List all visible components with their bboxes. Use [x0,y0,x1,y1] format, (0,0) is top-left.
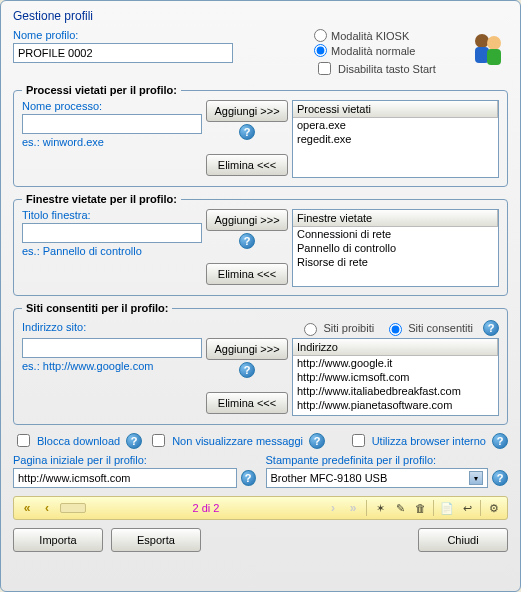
profile-name-input[interactable] [13,43,233,63]
svg-rect-1 [475,47,489,63]
nav-first-button[interactable]: « [18,499,36,517]
help-icon[interactable]: ? [239,362,255,378]
processes-legend: Processi vietati per il profilo: [22,84,181,96]
gear-icon[interactable]: ⚙ [485,499,503,517]
sites-allowed-radio[interactable]: Siti consentiti [384,320,473,336]
forbidden-processes-group: Processi vietati per il profilo: Nome pr… [13,84,508,187]
profile-manager-window: Gestione profili Nome profilo: Modalità … [0,0,521,592]
profile-name-label: Nome profilo: [13,29,314,41]
nav-slider[interactable] [60,503,86,513]
window-hint: es.: Pannello di controllo [22,245,202,257]
list-item[interactable]: http://www.icmsoft.com [293,370,498,384]
window-remove-button[interactable]: Elimina <<< [206,263,288,285]
process-list[interactable]: Processi vietati opera.exe regedit.exe [292,100,499,178]
homepage-input[interactable] [13,468,237,488]
svg-rect-3 [487,49,501,65]
nav-counter: 2 di 2 [90,502,322,514]
process-list-header[interactable]: Processi vietati [293,101,498,118]
help-icon[interactable]: ? [309,433,325,449]
window-list[interactable]: Finestre vietate Connessioni di rete Pan… [292,209,499,287]
import-button[interactable]: Importa [13,528,103,552]
list-item[interactable]: http://www.italiabedbreakfast.com [293,384,498,398]
process-add-button[interactable]: Aggiungi >>> [206,100,288,122]
help-icon[interactable]: ? [126,433,142,449]
help-icon[interactable]: ? [241,470,256,486]
list-item[interactable]: regedit.exe [293,132,498,146]
close-button[interactable]: Chiudi [418,528,508,552]
list-item[interactable]: http://www.pianetasoftware.com [293,398,498,412]
process-name-input[interactable] [22,114,202,134]
undo-icon[interactable]: ↩ [458,499,476,517]
svg-point-0 [475,34,489,48]
list-item[interactable]: http://www.google.it [293,356,498,370]
site-remove-button[interactable]: Elimina <<< [206,392,288,414]
process-remove-button[interactable]: Elimina <<< [206,154,288,176]
process-hint: es.: winword.exe [22,136,202,148]
site-list-header[interactable]: Indirizzo [293,339,498,356]
site-address-input[interactable] [22,338,202,358]
new-icon[interactable]: ✶ [371,499,389,517]
site-list[interactable]: Indirizzo http://www.google.it http://ww… [292,338,499,416]
forbidden-windows-group: Finestre vietate per il profilo: Titolo … [13,193,508,296]
help-icon[interactable]: ? [483,320,499,336]
chevron-down-icon: ▾ [469,471,483,485]
list-item[interactable]: Connessioni di rete [293,227,498,241]
disable-start-checkbox[interactable]: Disabilita tasto Start [314,59,464,78]
mode-normal-radio[interactable]: Modalità normale [314,44,464,57]
process-name-label: Nome processo: [22,100,202,112]
printer-select[interactable]: Brother MFC-9180 USB ▾ [266,468,489,488]
printer-value: Brother MFC-9180 USB [271,472,388,484]
window-title: Gestione profili [13,5,508,29]
windows-legend: Finestre vietate per il profilo: [22,193,181,205]
site-address-label: Indirizzo sito: [22,321,299,333]
allowed-sites-group: Siti consentiti per il profilo: Indirizz… [13,302,508,425]
internal-browser-checkbox[interactable]: Utilizza browser interno [348,431,486,450]
help-icon[interactable]: ? [239,124,255,140]
window-add-button[interactable]: Aggiungi >>> [206,209,288,231]
window-title-input[interactable] [22,223,202,243]
nav-toolbar: « ‹ 2 di 2 › » ✶ ✎ 🗑 📄 ↩ ⚙ [13,496,508,520]
copy-icon[interactable]: 📄 [438,499,456,517]
help-icon[interactable]: ? [239,233,255,249]
svg-point-2 [487,36,501,50]
site-add-button[interactable]: Aggiungi >>> [206,338,288,360]
nav-prev-button[interactable]: ‹ [38,499,56,517]
edit-icon[interactable]: ✎ [391,499,409,517]
block-download-checkbox[interactable]: Blocca download [13,431,120,450]
nav-last-button[interactable]: » [344,499,362,517]
site-hint: es.: http://www.google.com [22,360,202,372]
nav-next-button[interactable]: › [324,499,342,517]
export-button[interactable]: Esporta [111,528,201,552]
users-icon [468,29,508,69]
help-icon[interactable]: ? [492,433,508,449]
sites-legend: Siti consentiti per il profilo: [22,302,172,314]
sites-forbidden-radio[interactable]: Siti proibiti [299,320,374,336]
list-item[interactable]: Pannello di controllo [293,241,498,255]
homepage-label: Pagina iniziale per il profilo: [13,454,256,466]
window-list-header[interactable]: Finestre vietate [293,210,498,227]
mode-kiosk-radio[interactable]: Modalità KIOSK [314,29,464,42]
delete-icon[interactable]: 🗑 [411,499,429,517]
list-item[interactable]: Risorse di rete [293,255,498,269]
printer-label: Stampante predefinita per il profilo: [266,454,509,466]
help-icon[interactable]: ? [492,470,508,486]
list-item[interactable]: opera.exe [293,118,498,132]
window-title-label: Titolo finestra: [22,209,202,221]
hide-messages-checkbox[interactable]: Non visualizzare messaggi [148,431,303,450]
